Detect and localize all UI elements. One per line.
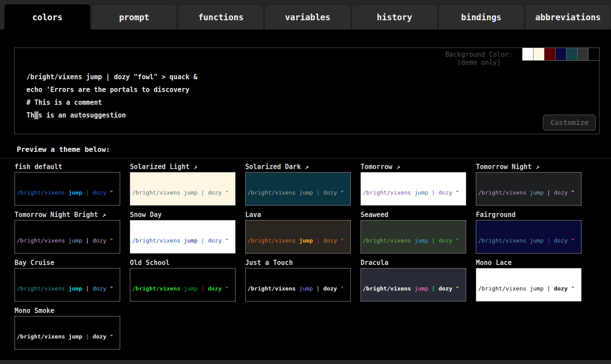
token-pipe: | xyxy=(432,189,439,196)
token-pipe: | xyxy=(317,237,324,244)
background-swatch-white[interactable] xyxy=(522,48,534,61)
token-command2: dozy xyxy=(323,237,340,244)
theme-preview[interactable]: /bright/vixens jump | dozy " echo 'Error… xyxy=(361,220,466,254)
background-swatch-cream[interactable] xyxy=(533,48,545,61)
theme-preview[interactable]: /bright/vixens jump | dozy " echo 'Error… xyxy=(130,220,236,254)
theme-name: Lava xyxy=(245,211,261,219)
theme-name: Tomorrow Night xyxy=(476,163,531,171)
token-param: jump xyxy=(68,333,85,340)
theme-preview[interactable]: /bright/vixens jump | dozy " echo 'Error… xyxy=(130,268,236,301)
external-link-icon[interactable]: ↗ xyxy=(98,211,106,219)
external-link-icon[interactable]: ↗ xyxy=(189,163,197,171)
theme-title: Old School ↗ xyxy=(130,258,236,268)
themes-heading: Preview a theme below: xyxy=(17,145,110,154)
theme-title: Lava ↗ xyxy=(245,210,351,220)
token-command: /bright/vixens xyxy=(363,285,414,292)
theme-preview[interactable]: /bright/vixens jump | dozy " echo 'Error… xyxy=(245,220,351,254)
external-link-icon[interactable]: ↗ xyxy=(531,163,539,171)
theme-card-mono-smoke: Mono Smoke ↗ /bright/vixens jump | dozy … xyxy=(15,306,120,349)
tab-abbreviations[interactable]: abbreviations xyxy=(525,4,611,29)
theme-preview[interactable]: /bright/vixens jump | dozy " echo 'Error… xyxy=(245,172,351,206)
terminal-sample-text: /bright/vixens jump | dozy "fowl" > quac… xyxy=(26,71,197,122)
theme-name: Old School xyxy=(130,259,169,267)
theme-name: Dracula xyxy=(361,259,388,267)
theme-title: Seaweed ↗ xyxy=(361,210,466,220)
theme-preview[interactable]: /bright/vixens jump | dozy " echo 'Error… xyxy=(361,172,466,206)
token-quote: " xyxy=(340,189,344,196)
theme-card-seaweed: Seaweed ↗ /bright/vixens jump | dozy " e… xyxy=(361,210,466,254)
theme-title: Snow Day ↗ xyxy=(130,210,236,220)
tab-colors[interactable]: colors xyxy=(4,4,90,29)
token-quote: " xyxy=(340,285,344,292)
theme-preview[interactable]: /bright/vixens jump | dozy " echo 'Error… xyxy=(15,268,120,301)
theme-sample-line-1: /bright/vixens jump | dozy " xyxy=(247,237,349,244)
theme-preview[interactable]: /bright/vixens jump | dozy " echo 'Error… xyxy=(15,316,120,349)
token-param: jump xyxy=(68,237,85,244)
theme-title: Bay Cruise ↗ xyxy=(15,258,120,268)
tab-prompt[interactable]: prompt xyxy=(91,4,177,29)
theme-card-bay-cruise: Bay Cruise ↗ /bright/vixens jump | dozy … xyxy=(15,258,120,301)
background-color-label: Background Color: (demo only) xyxy=(445,51,513,66)
theme-title: Dracula ↗ xyxy=(361,258,466,268)
theme-preview[interactable]: /bright/vixens jump | dozy " echo 'Error… xyxy=(15,172,120,206)
theme-preview[interactable]: /bright/vixens jump | dozy " echo 'Error… xyxy=(245,268,351,301)
theme-sample-line-1: /bright/vixens jump | dozy " xyxy=(363,189,464,196)
token-command: /bright/vixens xyxy=(132,189,184,196)
external-link-icon[interactable]: ↗ xyxy=(301,163,309,171)
token-pipe: | xyxy=(547,189,554,196)
token-param: jump xyxy=(530,285,547,292)
background-swatch-charcoal[interactable] xyxy=(577,48,589,61)
token-command: /bright/vixens xyxy=(247,237,299,244)
token-param: jump xyxy=(414,237,431,244)
theme-name: Mono Lace xyxy=(476,259,512,267)
theme-name: Seaweed xyxy=(361,211,388,219)
token-pipe: | xyxy=(547,285,554,292)
token-param: jump xyxy=(184,285,201,292)
theme-preview[interactable]: /bright/vixens jump | dozy " echo 'Error… xyxy=(130,172,236,206)
token-quote: " xyxy=(340,237,344,244)
token-command: /bright/vixens xyxy=(478,189,530,196)
theme-title: Fairground ↗ xyxy=(476,210,582,220)
background-swatch-maroon[interactable] xyxy=(544,48,556,61)
theme-sample-line-1: /bright/vixens jump | dozy " xyxy=(363,237,464,244)
theme-name: Just a Touch xyxy=(245,259,293,267)
token-quote: " xyxy=(456,285,459,292)
token-pipe: | xyxy=(201,285,208,292)
tab-variables[interactable]: variables xyxy=(265,4,350,29)
token-command2: dozy xyxy=(92,285,110,292)
token-command2: dozy xyxy=(92,333,110,340)
background-swatch-navy[interactable] xyxy=(555,48,567,61)
theme-card-old-school: Old School ↗ /bright/vixens jump | dozy … xyxy=(130,258,236,301)
theme-preview[interactable]: /bright/vixens jump | dozy " echo 'Error… xyxy=(476,268,582,301)
token-quote: " xyxy=(110,189,113,196)
background-swatch-black[interactable] xyxy=(588,48,600,61)
theme-preview[interactable]: /bright/vixens jump | dozy " echo 'Error… xyxy=(476,172,582,206)
tab-history[interactable]: history xyxy=(352,4,438,29)
sample-line-3: # This is a comment xyxy=(26,99,102,107)
theme-name: fish default xyxy=(15,163,62,171)
external-link-icon[interactable]: ↗ xyxy=(392,163,400,171)
theme-name: Mono Smoke xyxy=(15,307,54,315)
token-command: /bright/vixens xyxy=(17,285,68,292)
theme-preview[interactable]: /bright/vixens jump | dozy " echo 'Error… xyxy=(15,220,120,254)
tab-bindings[interactable]: bindings xyxy=(438,4,524,29)
token-command: /bright/vixens xyxy=(17,333,68,340)
token-param: jump xyxy=(184,189,201,196)
theme-name: Solarized Dark xyxy=(245,163,301,171)
background-swatch-teal[interactable] xyxy=(566,48,578,61)
sample-line-2: echo 'Errors are the portals to discover… xyxy=(26,86,189,94)
token-param: jump xyxy=(530,189,547,196)
token-quote: " xyxy=(110,237,113,244)
customize-button[interactable]: Customize xyxy=(543,114,596,131)
token-command2: dozy xyxy=(438,285,456,292)
token-pipe: | xyxy=(201,189,208,196)
theme-preview[interactable]: /bright/vixens jump | dozy " echo 'Error… xyxy=(476,220,582,254)
token-command: /bright/vixens xyxy=(363,237,414,244)
tab-functions[interactable]: functions xyxy=(178,4,264,29)
token-command: /bright/vixens xyxy=(132,285,184,292)
theme-preview[interactable]: /bright/vixens jump | dozy " echo 'Error… xyxy=(361,268,466,301)
token-quote: " xyxy=(225,189,228,196)
sample-line-4-pre: Th xyxy=(26,111,34,119)
token-command: /bright/vixens xyxy=(363,189,414,196)
token-param: jump xyxy=(530,237,547,244)
